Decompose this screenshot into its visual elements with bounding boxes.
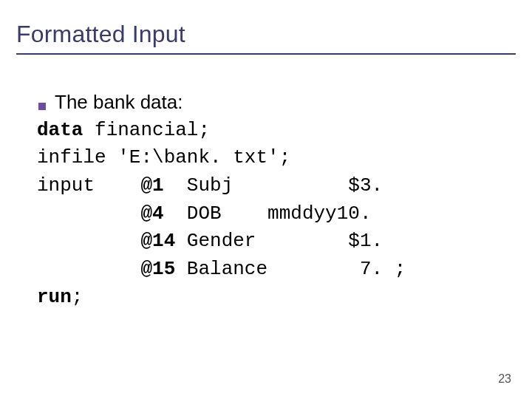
- bullet-line: The bank data:: [37, 89, 495, 117]
- kw-at15: @15: [140, 258, 175, 280]
- page-number: 23: [498, 372, 511, 386]
- code-run-semi: ;: [72, 286, 83, 308]
- code-l6-rest: Balance 7. ;: [175, 258, 406, 280]
- title-underline: [16, 53, 516, 55]
- code-infile: infile 'E:\bank. txt';: [37, 146, 290, 168]
- code-l4-prefix: [37, 202, 140, 225]
- slide-title: Formatted Input: [16, 21, 185, 48]
- kw-data: data: [37, 119, 83, 141]
- code-data-rest: financial;: [83, 119, 210, 141]
- bullet-icon: [38, 103, 46, 110]
- code-block: data financial; infile 'E:\bank. txt'; i…: [37, 117, 495, 312]
- code-input-prefix: input: [37, 174, 140, 197]
- kw-at14: @14: [140, 230, 175, 252]
- kw-at1: @1: [140, 174, 163, 197]
- kw-run: run: [37, 286, 72, 308]
- code-l4-rest: DOB mmddyy10.: [164, 202, 372, 225]
- slide: Formatted Input The bank data: data fina…: [0, 0, 532, 399]
- code-l5-prefix: [37, 230, 140, 252]
- bullet-text: The bank data:: [55, 89, 183, 117]
- code-l5-rest: Gender $1.: [175, 230, 383, 252]
- slide-body: The bank data: data financial; infile 'E…: [37, 89, 495, 312]
- code-l3-rest: Subj $3.: [164, 174, 383, 197]
- kw-at4: @4: [140, 202, 163, 225]
- code-l6-prefix: [37, 258, 140, 280]
